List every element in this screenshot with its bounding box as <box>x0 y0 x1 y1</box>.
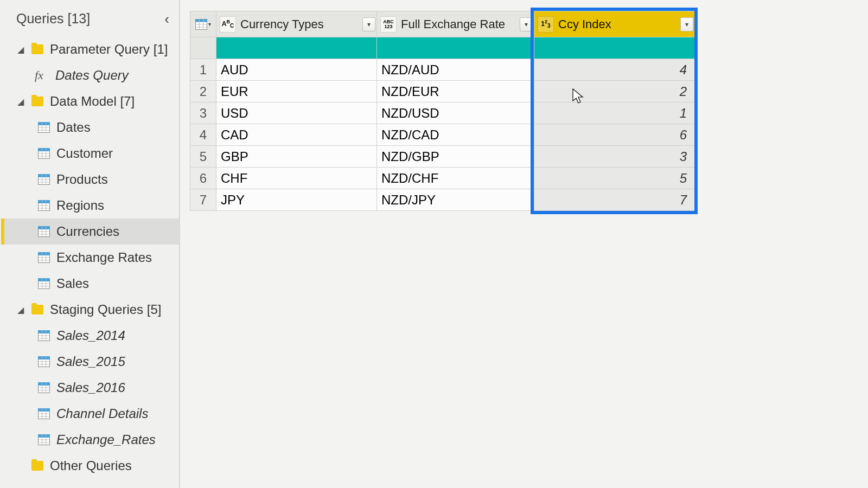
data-cell[interactable]: NZD/JPY <box>377 189 534 211</box>
column-quality-bar <box>377 37 534 59</box>
query-item[interactable]: Products <box>1 166 179 192</box>
column-header[interactable]: 123Ccy Index▾ <box>534 11 695 37</box>
column-header[interactable]: ABC123Full Exchange Rate▾ <box>377 11 534 37</box>
table-corner-button[interactable]: ▾ <box>190 11 216 37</box>
query-item[interactable]: Sales_2015 <box>1 349 179 375</box>
data-cell[interactable]: 5 <box>534 168 695 189</box>
query-item[interactable]: Channel Details <box>1 401 179 427</box>
row-number[interactable]: 7 <box>190 189 216 211</box>
data-cell[interactable]: 4 <box>534 59 695 81</box>
table-icon <box>38 200 50 211</box>
data-cell[interactable]: EUR <box>216 81 377 102</box>
expand-arrow-icon: ◢ <box>17 97 25 107</box>
data-cell[interactable]: NZD/GBP <box>377 146 534 168</box>
datatype-icon[interactable]: 123 <box>538 16 554 33</box>
svg-rect-31 <box>39 253 50 255</box>
function-icon: fx <box>35 68 49 82</box>
table-icon <box>38 382 50 393</box>
svg-rect-67 <box>39 435 50 438</box>
column-header[interactable]: ABCCurrency Types▾ <box>216 11 377 37</box>
chevron-left-icon: ‹ <box>164 11 169 27</box>
query-item[interactable]: fxDates Query <box>1 62 179 88</box>
data-cell[interactable]: 7 <box>534 189 695 211</box>
query-label: Exchange Rates <box>56 250 152 265</box>
svg-rect-1 <box>39 123 50 125</box>
group-label: Data Model [7] <box>50 94 135 109</box>
query-item[interactable]: Sales <box>1 271 179 297</box>
column-quality-bar <box>216 37 377 59</box>
row-number[interactable]: 1 <box>190 59 216 81</box>
query-item[interactable]: Sales_2014 <box>1 323 179 349</box>
query-label: Sales_2014 <box>56 328 125 343</box>
data-cell[interactable]: 1 <box>534 102 695 124</box>
data-cell[interactable]: 6 <box>534 124 695 146</box>
query-item[interactable]: Exchange Rates <box>1 245 179 271</box>
query-item[interactable]: Regions <box>1 192 179 219</box>
svg-rect-55 <box>39 383 50 386</box>
table-icon <box>38 330 50 341</box>
svg-rect-73 <box>196 19 207 22</box>
expand-arrow-icon: ◢ <box>17 44 25 55</box>
row-number[interactable]: 2 <box>190 81 216 102</box>
group-label: Other Queries <box>50 458 132 473</box>
row-number[interactable]: 4 <box>190 124 216 146</box>
data-cell[interactable]: 2 <box>534 81 695 102</box>
column-label: Currency Types <box>240 17 358 31</box>
data-cell[interactable]: AUD <box>216 59 377 81</box>
column-filter-button[interactable]: ▾ <box>520 17 533 31</box>
data-cell[interactable]: NZD/EUR <box>377 81 534 102</box>
row-number[interactable]: 6 <box>190 168 216 189</box>
data-cell[interactable]: NZD/AUD <box>377 59 534 81</box>
svg-rect-25 <box>39 227 50 229</box>
folder-icon <box>31 44 43 54</box>
query-label: Currencies <box>56 224 119 239</box>
query-group[interactable]: ◢Parameter Query [1] <box>1 36 179 62</box>
svg-rect-49 <box>39 357 50 359</box>
table-icon <box>38 408 50 419</box>
data-cell[interactable]: CHF <box>216 168 377 189</box>
data-cell[interactable]: GBP <box>216 146 377 168</box>
query-label: Dates <box>56 120 91 135</box>
query-label: Customer <box>56 146 113 161</box>
folder-icon <box>31 461 43 471</box>
group-label: Staging Queries [5] <box>50 302 161 317</box>
column-filter-button[interactable]: ▾ <box>362 17 375 31</box>
table-icon <box>38 122 50 133</box>
column-label: Full Exchange Rate <box>401 17 515 31</box>
query-group[interactable]: ◢Other Queries <box>1 453 179 479</box>
query-item[interactable]: Currencies <box>1 219 179 245</box>
query-item[interactable]: Exchange_Rates <box>1 427 179 453</box>
query-item[interactable]: Sales_2016 <box>1 375 179 401</box>
data-cell[interactable]: 3 <box>534 146 695 168</box>
queries-sidebar: Queries [13] ‹ ◢Parameter Query [1]fxDat… <box>0 0 180 488</box>
column-filter-button[interactable]: ▾ <box>680 17 693 31</box>
table-icon <box>38 252 50 263</box>
svg-rect-13 <box>39 175 50 177</box>
query-item[interactable]: Customer <box>1 140 179 166</box>
datatype-icon[interactable]: ABC <box>220 16 236 33</box>
data-grid: ▾ABCCurrency Types▾ABC123Full Exchange R… <box>190 11 695 211</box>
svg-rect-19 <box>39 201 50 203</box>
table-icon <box>38 226 50 237</box>
data-cell[interactable]: NZD/CHF <box>377 168 534 189</box>
data-cell[interactable]: JPY <box>216 189 377 211</box>
row-number[interactable]: 5 <box>190 146 216 168</box>
sidebar-title: Queries [13] <box>16 11 90 27</box>
query-label: Sales_2016 <box>56 380 125 395</box>
data-cell[interactable]: NZD/USD <box>377 102 534 124</box>
row-number[interactable]: 3 <box>190 102 216 124</box>
column-label: Ccy Index <box>558 17 676 31</box>
query-label: Products <box>56 172 108 187</box>
svg-rect-43 <box>39 331 50 333</box>
datatype-icon[interactable]: ABC123 <box>380 16 397 33</box>
data-preview-area: ▾ABCCurrency Types▾ABC123Full Exchange R… <box>180 0 868 488</box>
queries-tree: ◢Parameter Query [1]fxDates Query◢Data M… <box>0 36 179 479</box>
collapse-sidebar-button[interactable]: ‹ <box>164 12 169 26</box>
data-cell[interactable]: USD <box>216 102 377 124</box>
query-group[interactable]: ◢Data Model [7] <box>1 88 179 114</box>
data-cell[interactable]: CAD <box>216 124 377 146</box>
query-group[interactable]: ◢Staging Queries [5] <box>1 297 179 323</box>
data-cell[interactable]: NZD/CAD <box>377 124 534 146</box>
svg-rect-7 <box>39 149 50 151</box>
query-item[interactable]: Dates <box>1 114 179 140</box>
